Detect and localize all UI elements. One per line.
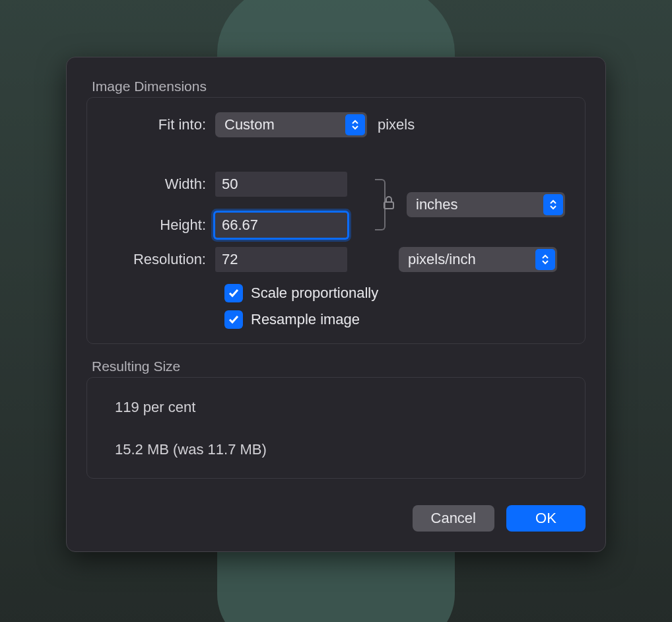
dimension-units-value: inches [416,196,458,213]
fit-into-select[interactable]: Custom [215,112,367,137]
scale-proportionally-label: Scale proportionally [251,285,378,302]
image-dimensions-dialog: Image Dimensions Fit into: Custom pixels… [66,57,606,552]
resulting-size-title: Resulting Size [92,359,586,374]
resample-image-checkbox[interactable] [224,310,243,329]
fit-into-suffix: pixels [378,116,415,133]
height-input[interactable] [215,213,347,238]
resolution-label: Resolution: [103,251,215,268]
width-input[interactable] [215,172,347,197]
resulting-percent: 119 per cent [115,399,569,416]
image-dimensions-title: Image Dimensions [92,79,586,94]
scale-proportionally-checkbox[interactable] [224,284,243,302]
dimension-units-select[interactable]: inches [407,192,565,217]
resolution-units-select[interactable]: pixels/inch [399,247,557,272]
svg-rect-0 [384,202,393,209]
fit-into-row: Fit into: Custom pixels [103,112,569,137]
spacer [86,344,586,355]
dialog-button-row: Cancel OK [86,505,586,532]
scale-proportionally-row: Scale proportionally [224,284,569,302]
fit-into-label: Fit into: [103,116,215,133]
resolution-row: Resolution: pixels/inch [103,247,569,272]
resample-image-label: Resample image [251,311,360,328]
resolution-units-value: pixels/inch [408,251,476,268]
lock-icon[interactable] [383,195,395,214]
cancel-button[interactable]: Cancel [413,505,494,532]
ok-button[interactable]: OK [506,505,586,532]
resulting-filesize: 15.2 MB (was 11.7 MB) [115,441,569,458]
dropdown-stepper-icon [543,194,563,215]
spacer [103,149,569,169]
fit-into-value: Custom [224,116,275,133]
aspect-lock-bracket [360,169,407,240]
resample-image-row: Resample image [224,310,569,329]
resolution-input[interactable] [215,247,347,272]
dropdown-stepper-icon [535,249,555,270]
dropdown-stepper-icon [345,114,365,135]
width-height-block: Width: inches [103,169,569,240]
width-label: Width: [103,176,215,193]
height-label: Height: [103,217,215,234]
resulting-size-group: 119 per cent 15.2 MB (was 11.7 MB) [86,377,586,479]
image-dimensions-group: Fit into: Custom pixels Width: [86,97,586,344]
